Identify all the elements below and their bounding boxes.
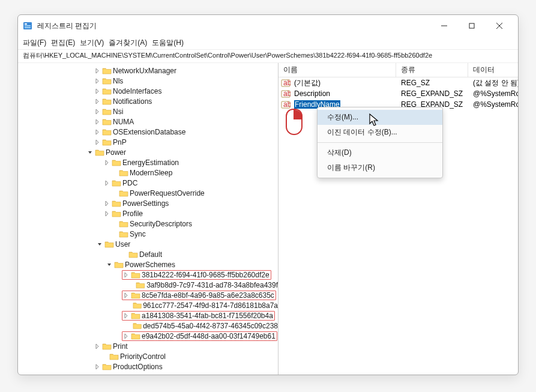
tree-item[interactable]: 8c5e7fda-e8bf-4a96-9a85-a6e23a8c635c	[20, 290, 278, 300]
caret-icon[interactable]	[94, 140, 101, 145]
folder-icon	[102, 363, 112, 371]
string-value-icon: ab	[279, 78, 293, 88]
tree-item-label: PnP	[113, 138, 127, 146]
menu-help[interactable]: 도움말(H)	[152, 38, 184, 48]
caret-icon[interactable]	[94, 119, 101, 124]
address-bar[interactable]: 컴퓨터\HKEY_LOCAL_MACHINE\SYSTEM\CurrentCon…	[18, 50, 518, 63]
tree-pane[interactable]: NetworkUxManagerNlsNodeInterfacesNotific…	[18, 63, 279, 375]
tree-item[interactable]: SecurityDescriptors	[20, 219, 278, 229]
close-button[interactable]	[486, 17, 513, 35]
window: 레지스트리 편집기 파일(F) 편집(E) 보기(V) 즐겨찾기(A) 도움말(…	[17, 14, 519, 375]
menu-edit[interactable]: 편집(E)	[51, 38, 75, 48]
menu-fav[interactable]: 즐겨찾기(A)	[109, 38, 147, 48]
tree-item[interactable]: User	[20, 239, 278, 249]
caret-icon[interactable]	[96, 242, 103, 247]
tree-item[interactable]: e9a42b02-d5df-448d-aa00-03f14749eb61	[20, 331, 278, 341]
tree-item[interactable]: ProductOptions	[20, 361, 278, 372]
folder-icon	[119, 220, 128, 228]
caret-icon[interactable]	[94, 99, 101, 104]
tree-item-label: 3af9b8d9-7c97-431d-ad78-34a8bfea439f	[146, 281, 278, 289]
folder-icon	[102, 87, 112, 95]
tree-item[interactable]: PowerRequestOverride	[20, 188, 278, 198]
caret-icon[interactable]	[103, 201, 110, 206]
tree-item[interactable]: PowerSchemes	[20, 259, 278, 270]
tree-item[interactable]: 961cc777-2547-4f9d-8174-7d86181b8a7a	[20, 300, 278, 310]
tree-item[interactable]: Notifications	[20, 96, 278, 106]
caret-icon[interactable]	[94, 109, 101, 114]
caret-icon[interactable]	[122, 273, 130, 277]
menu-file[interactable]: 파일(F)	[23, 38, 46, 48]
tree-item-label: PowerRequestOverride	[130, 189, 205, 198]
tree-item[interactable]: OSExtensionDatabase	[20, 127, 278, 137]
tree-item[interactable]: EnergyEstimation	[20, 157, 278, 167]
tree-item-label: ModernSleep	[130, 169, 172, 177]
tree-item[interactable]: Sync	[20, 229, 278, 239]
tree-item[interactable]: PowerSettings	[20, 198, 278, 208]
menu-view[interactable]: 보기(V)	[80, 38, 104, 48]
tree-item[interactable]: Nls	[20, 76, 278, 86]
context-menu-item[interactable]: 이름 바꾸기(R)	[318, 160, 442, 175]
folder-icon	[102, 128, 112, 136]
caret-icon[interactable]	[94, 79, 101, 83]
maximize-button[interactable]	[458, 17, 486, 35]
row-data: @%SystemRoot%\	[468, 100, 518, 109]
svg-rect-2	[25, 25, 31, 26]
caret-icon[interactable]	[94, 130, 101, 134]
titlebar: 레지스트리 편집기	[18, 15, 518, 37]
caret-icon[interactable]	[122, 313, 130, 318]
list-row[interactable]: ab(기본값)REG_SZ(값 설정 안 됨)	[279, 77, 518, 88]
tree-item-label: EnergyEstimation	[122, 158, 179, 167]
cursor-icon	[369, 113, 381, 129]
tree-item[interactable]: NodeInterfaces	[20, 86, 278, 96]
tree-item[interactable]: Nsi	[20, 106, 278, 116]
caret-icon[interactable]	[106, 262, 113, 267]
minimize-button[interactable]	[430, 17, 458, 35]
caret-icon[interactable]	[94, 344, 101, 349]
tree-item[interactable]: a1841308-3541-4fab-bc81-f71556f20b4a	[20, 310, 278, 321]
tree-item-label: User	[115, 240, 130, 249]
caret-icon[interactable]	[122, 334, 130, 339]
caret-icon[interactable]	[86, 150, 94, 155]
tree-item[interactable]: Profile	[20, 208, 278, 219]
tree-item[interactable]: PDC	[20, 178, 278, 188]
tree-item[interactable]: Print	[20, 341, 278, 351]
folder-icon	[136, 281, 145, 289]
tree-item-label: e9a42b02-d5df-448d-aa00-03f14749eb61	[142, 332, 276, 340]
list-row[interactable]: abDescriptionREG_EXPAND_SZ@%SystemRoot%\	[279, 88, 518, 99]
row-data: @%SystemRoot%\	[468, 89, 518, 98]
tree-item[interactable]: PriorityControl	[20, 351, 278, 361]
tree-item[interactable]: NetworkUxManager	[20, 65, 278, 76]
tree-item[interactable]: NUMA	[20, 116, 278, 127]
folder-icon	[102, 67, 112, 75]
tree-item[interactable]: 3af9b8d9-7c97-431d-ad78-34a8bfea439f	[20, 280, 278, 290]
tree-item[interactable]: 381b4222-f694-41f0-9685-ff5bb260df2e	[20, 270, 278, 280]
svg-rect-3	[25, 27, 31, 28]
string-value-icon: ab	[279, 100, 293, 109]
caret-icon[interactable]	[94, 68, 101, 73]
caret-icon[interactable]	[103, 160, 110, 165]
tree-item[interactable]: Power	[20, 147, 278, 157]
tree-item-label: NetworkUxManager	[113, 67, 176, 75]
folder-icon	[131, 312, 140, 320]
folder-icon	[109, 352, 119, 361]
tree-item-label: ded574b5-45a0-4f42-8737-46345c09c238	[143, 322, 278, 330]
hdr-data[interactable]: 데이터	[468, 63, 518, 77]
tree-item[interactable]: PnP	[20, 137, 278, 147]
folder-icon	[119, 230, 128, 238]
hdr-name[interactable]: 이름	[279, 63, 396, 77]
tree-item[interactable]: ModernSleep	[20, 167, 278, 178]
hdr-type[interactable]: 종류	[396, 63, 468, 77]
caret-icon[interactable]	[94, 364, 101, 369]
svg-rect-1	[25, 23, 27, 25]
folder-icon	[112, 210, 121, 218]
svg-text:ab: ab	[283, 89, 291, 98]
row-data: (값 설정 안 됨)	[468, 78, 518, 88]
tree-item[interactable]: ded574b5-45a0-4f42-8737-46345c09c238	[20, 321, 278, 331]
caret-icon[interactable]	[94, 89, 101, 94]
caret-icon[interactable]	[103, 211, 110, 216]
context-menu-item[interactable]: 삭제(D)	[318, 145, 442, 160]
caret-icon[interactable]	[122, 293, 130, 298]
tree-item[interactable]: Default	[20, 249, 278, 259]
tree-item-label: NodeInterfaces	[113, 87, 161, 95]
caret-icon[interactable]	[103, 181, 110, 185]
